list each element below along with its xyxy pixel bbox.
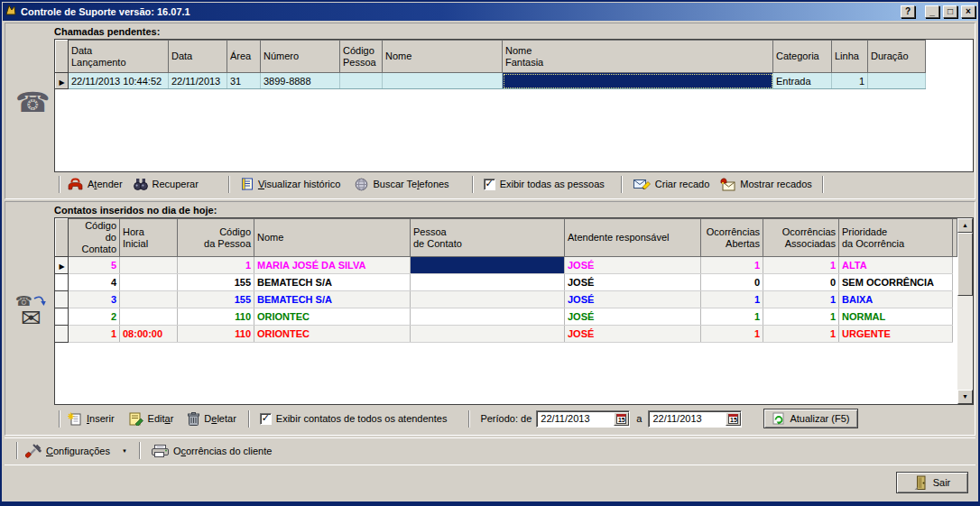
scroll-up-button[interactable]: ▲ xyxy=(957,218,973,233)
cell-nome[interactable]: BEMATECH S/A xyxy=(254,274,411,291)
cell-nome[interactable]: MARIA JOSÉ DA SILVA xyxy=(254,257,411,274)
cell-codigo-pessoa[interactable]: 1 xyxy=(178,257,254,274)
cell-ocorrencias-associadas[interactable]: 1 xyxy=(763,326,839,343)
contacts-vertical-scrollbar[interactable]: ▲ ▼ xyxy=(957,218,973,404)
contact-row[interactable]: 3 155 BEMATECH S/A JOSÉ 1 1 BAIXA xyxy=(56,291,957,308)
cell-ocorrencias-abertas[interactable]: 1 xyxy=(701,308,763,326)
editar-button[interactable]: Editar xyxy=(126,411,177,427)
cell-nome[interactable] xyxy=(383,73,503,89)
cell-codigo-pessoa[interactable]: 155 xyxy=(178,291,254,308)
scroll-thumb[interactable] xyxy=(957,233,973,296)
cell-hora-inicial[interactable] xyxy=(120,308,178,326)
cell-atendente[interactable]: JOSÉ xyxy=(565,274,701,291)
cell-ocorrencias-abertas[interactable]: 1 xyxy=(701,257,763,274)
cell-codigo-contato[interactable]: 2 xyxy=(69,308,120,326)
cell-hora-inicial[interactable] xyxy=(120,274,178,291)
cell-pessoa-contato[interactable] xyxy=(411,308,565,326)
cell-codigo-pessoa[interactable] xyxy=(340,73,383,89)
telephone-icon: ☎ xyxy=(15,88,51,116)
cell-codigo-contato[interactable]: 1 xyxy=(69,326,120,343)
cell-pessoa-contato-selected[interactable] xyxy=(411,257,565,274)
date-from-field[interactable]: 22/11/2013 15 xyxy=(536,410,630,428)
cell-codigo-pessoa[interactable]: 110 xyxy=(178,326,254,343)
deletar-button[interactable]: Deletar xyxy=(185,411,238,427)
cell-codigo-contato[interactable]: 3 xyxy=(69,291,120,308)
buscar-telefones-button[interactable]: Buscar Telefones xyxy=(352,177,451,192)
cell-atendente[interactable]: JOSÉ xyxy=(565,257,701,274)
date-from-picker-button[interactable]: 15 xyxy=(614,412,629,426)
cell-numero[interactable]: 3899-8888 xyxy=(261,73,340,89)
cell-nome[interactable]: ORIONTEC xyxy=(254,308,411,326)
recuperar-button[interactable]: Recuperar xyxy=(131,177,201,191)
date-to-picker-button[interactable]: 15 xyxy=(726,412,741,426)
ocorrencias-cliente-button[interactable]: Ocorrências do cliente xyxy=(149,444,274,458)
cell-codigo-pessoa[interactable]: 110 xyxy=(178,308,254,326)
cell-nome[interactable]: BEMATECH S/A xyxy=(254,291,411,308)
cell-hora-inicial[interactable] xyxy=(120,291,178,308)
printer-icon xyxy=(152,445,169,457)
cell-duracao[interactable] xyxy=(868,73,926,89)
contact-row[interactable]: ▶ 5 1 MARIA JOSÉ DA SILVA JOSÉ 1 1 ALTA xyxy=(56,257,957,274)
cell-data-lancamento[interactable]: 22/11/2013 10:44:52 xyxy=(69,73,169,89)
tools-icon xyxy=(25,444,42,458)
scroll-down-button[interactable]: ▼ xyxy=(957,390,973,404)
criar-recado-button[interactable]: Criar recado xyxy=(631,177,713,191)
contact-row[interactable]: 1 08:00:00 110 ORIONTEC JOSÉ 1 1 URGENTE xyxy=(56,326,957,343)
date-to-value: 22/11/2013 xyxy=(652,413,701,424)
cell-data[interactable]: 22/11/2013 xyxy=(169,73,227,89)
date-to-field[interactable]: 22/11/2013 15 xyxy=(648,410,742,428)
envelope-alert-icon xyxy=(720,178,735,191)
close-button[interactable]: × xyxy=(961,5,975,18)
atualizar-button[interactable]: Atualizar (F5) xyxy=(763,409,858,428)
cell-prioridade[interactable]: SEM OCORRÊNCIA xyxy=(839,274,953,291)
atualizar-label: Atualizar (F5) xyxy=(790,413,849,424)
visualizar-historico-button[interactable]: Visualizar histórico xyxy=(238,177,344,191)
cell-pessoa-contato[interactable] xyxy=(411,274,565,291)
minimize-button[interactable]: _ xyxy=(925,5,939,18)
cell-atendente[interactable]: JOSÉ xyxy=(565,326,701,343)
help-button[interactable]: ? xyxy=(901,5,915,18)
cell-ocorrencias-associadas[interactable]: 1 xyxy=(763,257,839,274)
history-document-icon xyxy=(241,178,254,190)
cell-nome-fantasia-selected[interactable] xyxy=(503,73,773,89)
client-area: Chamadas pendentes: ☎ Data Lançamento Da… xyxy=(2,21,978,501)
cell-pessoa-contato[interactable] xyxy=(411,291,565,308)
cell-hora-inicial[interactable]: 08:00:00 xyxy=(120,326,178,343)
cell-ocorrencias-abertas[interactable]: 1 xyxy=(701,291,763,308)
cell-ocorrencias-abertas[interactable]: 1 xyxy=(701,326,763,343)
cell-atendente[interactable]: JOSÉ xyxy=(565,291,701,308)
cell-prioridade[interactable]: NORMAL xyxy=(839,308,953,326)
cell-ocorrencias-associadas[interactable]: 1 xyxy=(763,291,839,308)
cell-nome[interactable]: ORIONTEC xyxy=(254,326,411,343)
contacts-toolbar: Inserir Editar Deletar ✓ Exibir contatos… xyxy=(54,405,975,432)
cell-linha[interactable]: 1 xyxy=(832,73,868,89)
col-ocorrencias-abertas: Ocorrências Abertas xyxy=(701,219,763,257)
cell-area[interactable]: 31 xyxy=(227,73,261,89)
cell-pessoa-contato[interactable] xyxy=(411,326,565,343)
maximize-button[interactable]: □ xyxy=(943,5,957,18)
atender-button[interactable]: Atender xyxy=(65,177,125,191)
cell-prioridade[interactable]: ALTA xyxy=(839,257,953,274)
exibir-pessoas-checkbox[interactable]: ✓ Exibir todas as pessoas xyxy=(484,179,605,190)
cell-hora-inicial[interactable] xyxy=(120,257,178,274)
configuracoes-button[interactable]: Configurações ▼ xyxy=(23,443,130,459)
sair-button[interactable]: Sair xyxy=(896,472,968,493)
cell-atendente[interactable]: JOSÉ xyxy=(565,308,701,326)
cell-ocorrencias-associadas[interactable]: 1 xyxy=(763,308,839,326)
cell-codigo-pessoa[interactable]: 155 xyxy=(178,274,254,291)
cell-ocorrencias-abertas[interactable]: 0 xyxy=(701,274,763,291)
cell-categoria[interactable]: Entrada xyxy=(773,73,832,89)
curved-arrow-icon xyxy=(33,296,48,308)
mostrar-recados-button[interactable]: Mostrar recados xyxy=(717,177,814,192)
cell-prioridade[interactable]: BAIXA xyxy=(839,291,953,308)
contacts-panel: Contatos inseridos no dia de hoje: ✉ ☎ C… xyxy=(5,201,975,436)
inserir-button[interactable]: Inserir xyxy=(65,411,117,427)
contact-row[interactable]: 4 155 BEMATECH S/A JOSÉ 0 0 SEM OCORRÊNC… xyxy=(56,274,957,291)
cell-codigo-contato[interactable]: 5 xyxy=(69,257,120,274)
pending-call-row[interactable]: ▶ 22/11/2013 10:44:52 22/11/2013 31 3899… xyxy=(56,73,926,89)
cell-codigo-contato[interactable]: 4 xyxy=(69,274,120,291)
contact-row[interactable]: 2 110 ORIONTEC JOSÉ 1 1 NORMAL xyxy=(56,308,957,326)
cell-prioridade[interactable]: URGENTE xyxy=(839,326,953,343)
cell-ocorrencias-associadas[interactable]: 0 xyxy=(763,274,839,291)
exibir-contatos-checkbox[interactable]: ✓ Exibir contatos de todos os atendentes xyxy=(260,413,448,425)
